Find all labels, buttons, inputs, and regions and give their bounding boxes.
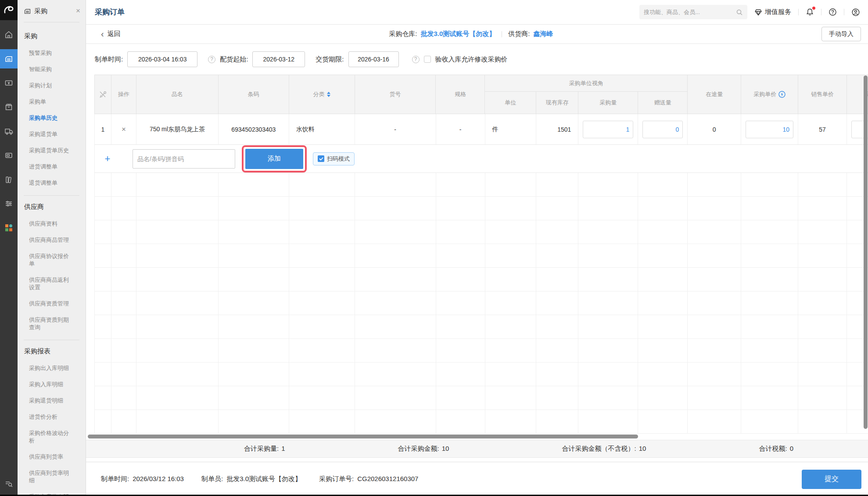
submit-button[interactable]: 提交 [802,470,861,489]
order-context: 采购仓库: 批发3.0测试账号【勿改】 供货商: 鑫海峰 [121,30,821,38]
cell-barcode: 6934502303403 [219,114,289,144]
help-icon [829,8,837,16]
col-barcode: 条码 [219,75,289,114]
vertical-scrollbar[interactable] [864,75,868,434]
sidebar-section-header: 采购报表 [18,342,86,360]
manual-import-button[interactable]: 手动导入 [821,27,861,41]
back-button[interactable]: ‹ 返回 [101,30,121,39]
sidebar-item[interactable]: 采购单 [18,93,86,110]
account-button[interactable] [851,8,860,17]
sidebar-item[interactable]: 供应商商品返利设置 [18,272,86,295]
col-item-no: 货号 [355,75,436,114]
search-menu-icon[interactable] [0,475,18,492]
col-sale-price: 销售单价 [798,75,847,114]
sidebar-item[interactable]: 采购退货明细 [18,392,86,409]
allow-modify-price-checkbox[interactable] [424,56,431,63]
dispatch-date-input[interactable] [252,51,305,67]
col-category[interactable]: 分类 [289,75,355,114]
back-label: 返回 [108,30,121,38]
sidebar-item[interactable]: 采购退货单 [18,126,86,142]
topbar: 采购订单 增值服务 [86,0,868,25]
sidebar-item[interactable]: 采购计划 [18,77,86,93]
sidebar-item[interactable]: 预警采购 [18,45,86,61]
gift-qty-input[interactable] [642,121,683,138]
search-icon[interactable] [736,9,743,16]
sidebar-close-icon[interactable]: × [76,7,80,15]
annotation-highlight: 添加 [242,145,307,173]
total-amount-label: 合计采购金额: [398,445,439,453]
empty-row [94,363,868,386]
value-added-services-button[interactable]: 增值服务 [754,8,791,16]
sidebar-item[interactable]: 供应商资质到期查询 [18,312,86,335]
scan-mode-toggle[interactable]: 扫码模式 [313,152,355,165]
home-icon[interactable] [0,25,18,44]
reports-books-icon[interactable] [0,170,18,189]
sidebar-item[interactable]: 供应商资料 [18,216,86,232]
warehouse-link[interactable]: 批发3.0测试账号【勿改】 [420,30,495,38]
order-time-label: 制单时间: [95,55,123,64]
sidebar-item[interactable]: 供应商协议报价单 [18,248,86,272]
notifications-button[interactable] [806,8,814,16]
sidebar-item[interactable]: 进货调整单 [18,158,86,175]
sidebar-item[interactable]: 采购单历史 [18,110,86,126]
column-settings-button[interactable] [95,75,111,114]
sidebar-item[interactable]: 采购出入库明细 [18,360,86,376]
page-title: 采购订单 [95,7,125,17]
purchase-qty-input[interactable] [583,121,633,138]
sidebar-item[interactable]: 采购入库明细 [18,376,86,392]
table-row: 1 × 750 ml东朋乌龙上茶 6934502303403 水饮料 - - 件… [94,114,868,145]
add-button[interactable]: 添加 [245,149,303,169]
empty-row [94,220,868,244]
package-icon[interactable] [0,97,18,117]
col-in-transit: 在途量 [688,75,741,114]
pos-terminal-icon[interactable] [0,146,18,165]
sidebar-item[interactable]: 进货价分析 [18,409,86,425]
apps-grid-icon[interactable] [0,218,18,237]
delete-row-icon[interactable]: × [122,125,126,134]
scan-mode-label: 扫码模式 [327,155,350,163]
settings-sliders-icon[interactable] [0,194,18,213]
global-search-input[interactable] [644,9,736,15]
price-flash-icon[interactable] [778,91,786,98]
total-qty-value: 1 [281,445,285,453]
sidebar-item[interactable]: 智能采购 [18,61,86,77]
deadline-label: 交货期限: [316,55,344,64]
horizontal-scrollbar[interactable] [87,435,868,439]
help-button[interactable] [829,8,837,16]
sidebar-item[interactable]: 采购价格波动分析 [18,425,86,449]
footer-order-no-label: 采购订单号: [319,475,354,483]
vertical-scrollbar-thumb[interactable] [864,75,868,429]
total-amount-value: 10 [442,445,449,453]
sidebar-item[interactable]: 供应商到货率明细 [18,465,86,489]
empty-grid [94,173,868,434]
horizontal-scrollbar-thumb[interactable] [88,435,638,438]
procurement-icon[interactable] [0,49,18,68]
order-time-input[interactable] [127,51,197,67]
delivery-truck-icon[interactable] [0,122,18,141]
deadline-date-input[interactable] [348,51,399,67]
sidebar-header: 采购 × [18,0,86,22]
global-search[interactable] [639,5,747,19]
help-circle-icon[interactable]: ? [208,56,215,63]
help-circle-icon[interactable]: ? [412,56,420,63]
sidebar-item[interactable]: 退货调整单 [18,175,86,191]
sidebar-item[interactable]: 供应商到货率 [18,449,86,465]
topbar-separator [844,9,844,15]
col-op: 操作 [111,75,136,114]
sidebar-item[interactable]: 供应商商品管理 [18,232,86,248]
add-product-input[interactable] [133,149,235,169]
chevron-left-icon: ‹ [101,29,104,38]
empty-row [94,197,868,220]
supplier-link[interactable]: 鑫海峰 [533,30,553,38]
empty-row [94,339,868,363]
context-divider [502,31,502,37]
purchase-price-input[interactable] [746,121,793,138]
topbar-separator [798,9,799,15]
sidebar-item[interactable]: 采购退货单历史 [18,142,86,158]
finance-icon[interactable] [0,73,18,93]
sidebar-item[interactable]: 供应商资质管理 [18,295,86,312]
col-unit: 单位 [485,92,536,114]
sort-icon[interactable] [327,92,330,97]
plus-icon[interactable]: + [99,153,116,165]
brand-logo-icon[interactable] [0,0,18,20]
